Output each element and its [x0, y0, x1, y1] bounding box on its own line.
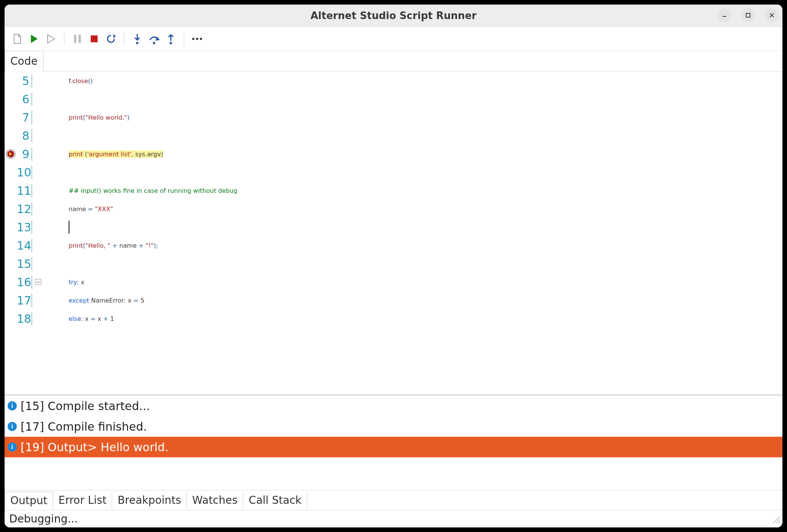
code-line[interactable]: 9print ('argument list', sys.argv): [5, 145, 782, 163]
svg-line-17: [779, 522, 780, 523]
output-text: [15] Compile started...: [21, 399, 150, 413]
run-icon[interactable]: [27, 31, 42, 46]
line-number: 5: [17, 74, 32, 88]
more-icon[interactable]: [190, 31, 205, 46]
svg-rect-1: [746, 13, 750, 17]
svg-point-9: [153, 42, 155, 44]
pause-icon[interactable]: [70, 31, 85, 46]
output-row[interactable]: i[19] Output> Hello world.: [5, 437, 782, 457]
output-row[interactable]: i[17] Compile finished.: [5, 416, 782, 437]
fold-toggle-icon[interactable]: −: [35, 279, 41, 285]
bottom-tab-call-stack[interactable]: Call Stack: [243, 492, 307, 509]
line-number: 7: [17, 111, 32, 124]
code-content[interactable]: name = "XXX": [44, 205, 113, 213]
status-text: Debugging...: [9, 513, 78, 525]
code-line[interactable]: 10: [5, 163, 782, 181]
code-line[interactable]: 17except NameError: x = 5: [5, 291, 782, 309]
code-content[interactable]: ## input() works fine in case of running…: [44, 187, 237, 194]
code-line[interactable]: 15: [5, 255, 782, 273]
run-outline-icon[interactable]: [43, 31, 59, 46]
code-line[interactable]: 6: [5, 90, 782, 108]
titlebar[interactable]: Alternet Studio Script Runner: [5, 5, 782, 27]
code-editor[interactable]: 5f.close()67print("Hello world.")89print…: [5, 72, 782, 394]
code-content[interactable]: print ('argument list', sys.argv): [44, 151, 163, 158]
tab-code[interactable]: Code: [5, 51, 43, 72]
text-cursor: [69, 221, 69, 234]
code-line[interactable]: 8: [5, 127, 782, 145]
breakpoint-arrow-icon: [6, 150, 15, 158]
code-content[interactable]: else: x = x + 1: [44, 315, 114, 322]
bottom-tab-output[interactable]: Output: [5, 492, 53, 510]
code-content[interactable]: [44, 221, 69, 234]
output-panel: i[15] Compile started...i[17] Compile fi…: [5, 396, 782, 510]
svg-point-8: [136, 42, 138, 44]
toolbar: [5, 27, 782, 51]
line-number: 10: [17, 166, 32, 179]
window-title: Alternet Studio Script Runner: [310, 10, 477, 21]
bottom-tabs: OutputError ListBreakpointsWatchesCall S…: [5, 490, 782, 510]
code-line[interactable]: 13: [5, 218, 782, 236]
svg-rect-5: [79, 35, 81, 43]
close-button[interactable]: [765, 8, 779, 22]
code-content[interactable]: print("Hello, " + name + "!");: [44, 242, 158, 249]
line-number: 14: [17, 239, 32, 252]
line-number: 16: [17, 276, 32, 289]
svg-point-12: [192, 38, 194, 40]
editor-tabs: Code: [5, 51, 782, 72]
bottom-tab-breakpoints[interactable]: Breakpoints: [112, 492, 187, 509]
code-line[interactable]: 5f.close(): [5, 72, 782, 90]
toolbar-separator: [64, 32, 64, 46]
stop-icon[interactable]: [87, 31, 102, 46]
info-icon: i: [8, 422, 17, 431]
new-file-icon[interactable]: [10, 31, 25, 46]
svg-rect-4: [74, 35, 76, 43]
step-into-icon[interactable]: [130, 31, 145, 46]
window-controls: [718, 8, 779, 22]
output-row[interactable]: i[15] Compile started...: [5, 396, 782, 416]
line-number: 15: [17, 257, 32, 271]
fold-gutter[interactable]: −: [32, 279, 44, 285]
svg-point-11: [170, 42, 172, 44]
breakpoint-gutter[interactable]: [5, 150, 17, 158]
line-number: 13: [17, 221, 32, 234]
toolbar-separator: [124, 32, 124, 46]
status-bar: Debugging...: [5, 510, 782, 527]
code-line[interactable]: 12name = "XXX": [5, 200, 782, 218]
info-icon: i: [8, 442, 17, 452]
step-out-icon[interactable]: [163, 31, 178, 46]
code-content[interactable]: except NameError: x = 5: [44, 297, 145, 304]
code-line[interactable]: 16−try: x: [5, 273, 782, 291]
code-content[interactable]: f.close(): [44, 77, 93, 85]
line-number: 12: [17, 202, 32, 216]
line-number: 8: [17, 129, 32, 143]
code-content[interactable]: try: x: [44, 279, 84, 286]
toolbar-separator: [184, 32, 184, 46]
code-line[interactable]: 18else: x = x + 1: [5, 309, 782, 328]
restart-icon[interactable]: [103, 31, 119, 46]
line-number: 9: [17, 147, 32, 161]
line-number: 18: [17, 312, 32, 325]
output-list[interactable]: i[15] Compile started...i[17] Compile fi…: [5, 396, 782, 490]
code-line[interactable]: 14print("Hello, " + name + "!");: [5, 236, 782, 255]
code-line[interactable]: 7print("Hello world."): [5, 108, 782, 127]
code-content[interactable]: print("Hello world."): [44, 114, 130, 121]
info-icon: i: [8, 401, 17, 410]
step-over-icon[interactable]: [146, 31, 162, 46]
svg-point-14: [200, 38, 202, 40]
maximize-button[interactable]: [741, 8, 755, 22]
code-line[interactable]: 11## input() works fine in case of runni…: [5, 181, 782, 200]
output-text: [17] Compile finished.: [21, 420, 147, 433]
minimize-button[interactable]: [718, 8, 731, 22]
main-window: Alternet Studio Script Runner Code 5f.cl…: [5, 5, 782, 527]
resize-grip[interactable]: [771, 514, 781, 527]
svg-point-13: [196, 38, 198, 40]
svg-rect-6: [91, 35, 98, 42]
bottom-tab-watches[interactable]: Watches: [187, 492, 243, 509]
output-text: [19] Output> Hello world.: [21, 441, 169, 454]
line-number: 17: [17, 294, 32, 307]
bottom-tab-error-list[interactable]: Error List: [53, 492, 112, 509]
line-number: 6: [17, 93, 32, 106]
line-number: 11: [17, 184, 32, 197]
